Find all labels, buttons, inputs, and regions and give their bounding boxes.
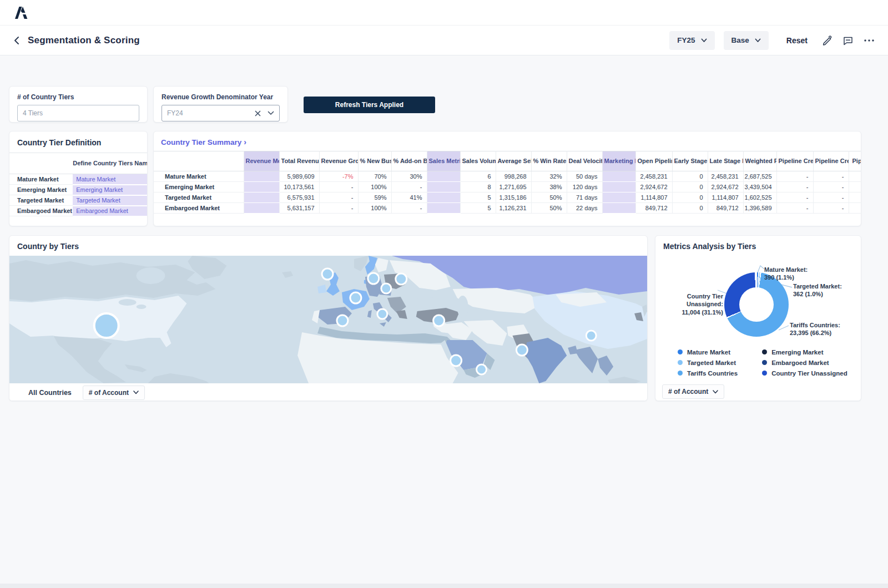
chevron-down-icon[interactable] <box>268 111 274 115</box>
reset-button[interactable]: Reset <box>786 36 808 45</box>
summary-cell[interactable] <box>427 192 460 203</box>
legend-item[interactable]: Targeted Market <box>678 357 738 368</box>
summary-column-header[interactable]: Revenue Metrics <box>244 151 279 171</box>
summary-cell[interactable]: 1,114,807 <box>635 192 672 203</box>
summary-column-header[interactable]: Total Revenue <box>279 151 319 171</box>
map-marker[interactable] <box>337 315 348 326</box>
summary-cell[interactable]: 2,687,525 <box>743 171 776 182</box>
horizontal-scrollbar[interactable] <box>0 584 888 588</box>
summary-cell[interactable]: 3,439,504 <box>743 182 776 192</box>
summary-cell[interactable]: - <box>813 171 849 182</box>
summary-cell[interactable]: - <box>776 192 813 203</box>
row-header[interactable]: Mature Market <box>154 171 244 182</box>
summary-cell[interactable]: 120 days <box>567 182 602 192</box>
summary-cell[interactable] <box>244 192 279 203</box>
summary-column-header[interactable]: Deal Velocity <box>567 151 602 171</box>
legend-item[interactable]: Mature Market <box>678 347 738 357</box>
row-header[interactable]: Mature Market <box>9 174 73 185</box>
summary-cell[interactable] <box>244 182 279 192</box>
map-marker[interactable] <box>381 283 391 293</box>
map-marker[interactable] <box>477 364 487 374</box>
summary-cell[interactable]: - <box>391 203 427 214</box>
edit-pencil-icon[interactable] <box>822 35 833 45</box>
summary-cell[interactable] <box>427 182 460 192</box>
summary-cell[interactable]: 50% <box>531 192 567 203</box>
summary-cell[interactable]: 5,989,609 <box>279 171 319 182</box>
comment-icon[interactable] <box>842 35 854 45</box>
summary-cell[interactable]: - <box>319 203 358 214</box>
summary-cell[interactable] <box>244 171 279 182</box>
summary-cell[interactable]: - <box>813 203 849 214</box>
editable-cell[interactable]: Embargoed Market <box>73 206 147 216</box>
editable-cell[interactable]: Emerging Market <box>73 185 147 195</box>
summary-cell[interactable]: 1,271,695 <box>496 182 531 192</box>
summary-column-header[interactable]: Pipeline Creation... <box>813 151 849 171</box>
summary-column-header[interactable]: Sales Metrics <box>427 151 460 171</box>
summary-cell[interactable]: 50 days <box>567 171 602 182</box>
summary-column-header[interactable]: Average Selling Price <box>496 151 531 171</box>
summary-cell[interactable]: - <box>849 171 861 182</box>
anaplan-logo-icon[interactable] <box>13 6 28 19</box>
summary-cell[interactable] <box>602 171 635 182</box>
summary-column-header[interactable]: Open Pipeline <box>635 151 672 171</box>
summary-cell[interactable] <box>427 171 460 182</box>
summary-cell[interactable] <box>602 192 635 203</box>
map-marker[interactable] <box>433 315 445 326</box>
summary-column-header[interactable]: Revenue Growth Rat... <box>319 151 358 171</box>
summary-cell[interactable]: 0 <box>672 171 708 182</box>
legend-item[interactable]: Country Tier Unassigned <box>762 368 847 378</box>
summary-cell[interactable]: - <box>776 203 813 214</box>
summary-cell[interactable]: 1,602,525 <box>743 192 776 203</box>
summary-cell[interactable]: 1,114,807 <box>708 192 743 203</box>
version-selector[interactable]: Base <box>724 31 769 50</box>
summary-column-header[interactable]: Early Stage Pipeline <box>672 151 708 171</box>
summary-cell[interactable]: 0 <box>672 203 708 214</box>
summary-cell[interactable]: 2,924,672 <box>708 182 743 192</box>
summary-cell[interactable]: 5,631,157 <box>279 203 319 214</box>
summary-cell[interactable]: - <box>319 182 358 192</box>
summary-cell[interactable]: 0 <box>672 182 708 192</box>
tier-summary-link[interactable]: Country Tier Summary <box>161 138 241 146</box>
summary-cell[interactable]: 41% <box>391 192 427 203</box>
summary-column-header[interactable]: Sales Volume <box>460 151 496 171</box>
clear-x-icon[interactable] <box>255 110 261 116</box>
summary-cell[interactable]: 50% <box>531 203 567 214</box>
row-header[interactable]: Emerging Market <box>154 182 244 192</box>
map-marker[interactable] <box>396 273 407 285</box>
summary-cell[interactable]: - <box>319 192 358 203</box>
world-map[interactable] <box>9 256 647 383</box>
summary-cell[interactable]: 2,458,231 <box>635 171 672 182</box>
donut-metric-dropdown[interactable]: # of Account <box>662 384 724 399</box>
summary-cell[interactable]: 998,268 <box>496 171 531 182</box>
summary-cell[interactable]: 59% <box>358 192 391 203</box>
summary-column-header[interactable]: Marketing Metrics <box>602 151 635 171</box>
legend-item[interactable]: Embargoed Market <box>762 357 847 368</box>
summary-cell[interactable]: 100% <box>358 203 391 214</box>
all-countries-label[interactable]: All Countries <box>28 389 72 397</box>
summary-cell[interactable]: 2,924,672 <box>635 182 672 192</box>
editable-cell[interactable]: Mature Market <box>73 174 147 185</box>
summary-column-header[interactable]: % Add-on Business <box>391 151 427 171</box>
denominator-year-combobox[interactable]: FY24 <box>162 105 280 121</box>
row-header[interactable]: Emerging Market <box>9 185 73 195</box>
row-header[interactable]: Embargoed Market <box>9 206 73 216</box>
summary-cell[interactable]: 1,315,186 <box>496 192 531 203</box>
summary-cell[interactable]: 32% <box>531 171 567 182</box>
summary-cell[interactable] <box>602 203 635 214</box>
summary-cell[interactable]: - <box>849 192 861 203</box>
summary-cell[interactable]: 849,712 <box>635 203 672 214</box>
summary-cell[interactable]: 6 <box>460 171 496 182</box>
summary-cell[interactable]: 8 <box>460 182 496 192</box>
row-header[interactable]: Targeted Market <box>154 192 244 203</box>
summary-column-header[interactable]: % Win Rate (# of Deals) <box>531 151 567 171</box>
row-header[interactable]: Embargoed Market <box>154 203 244 214</box>
map-marker[interactable] <box>377 309 387 319</box>
summary-cell[interactable]: 1,396,589 <box>743 203 776 214</box>
map-marker[interactable] <box>94 313 119 338</box>
summary-cell[interactable]: - <box>849 182 861 192</box>
summary-column-header[interactable]: Late Stage Pipeline <box>708 151 743 171</box>
map-marker[interactable] <box>350 292 361 303</box>
summary-column-header[interactable]: % New Business <box>358 151 391 171</box>
map-metric-dropdown[interactable]: # of Account <box>83 386 145 400</box>
map-marker[interactable] <box>322 268 333 280</box>
